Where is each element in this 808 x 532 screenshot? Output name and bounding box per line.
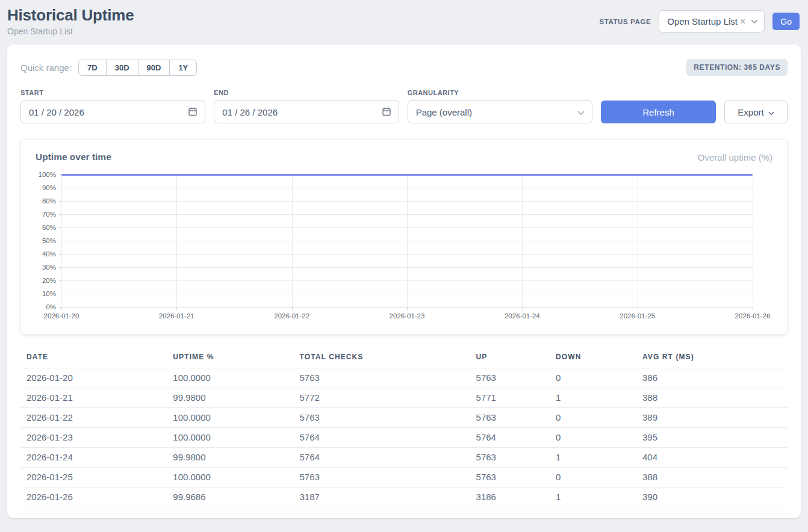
quick-range-30d-button[interactable]: 30D bbox=[106, 60, 138, 76]
table-cell: 5764 bbox=[470, 428, 550, 448]
table-cell: 3187 bbox=[294, 487, 470, 507]
table-row: 2026-01-2699.9686318731861390 bbox=[20, 487, 788, 507]
x-axis-tick bbox=[407, 307, 408, 310]
uptime-chart-card: Uptime over time Overall uptime (%) 2026… bbox=[20, 139, 788, 335]
table-cell: 2026-01-26 bbox=[20, 487, 167, 507]
table-cell: 100.0000 bbox=[167, 408, 293, 428]
y-axis-tick bbox=[59, 241, 61, 241]
chart-legend: Overall uptime (%) bbox=[698, 152, 772, 162]
table-cell: 2026-01-23 bbox=[20, 428, 167, 448]
quick-range-90d-button[interactable]: 90D bbox=[138, 60, 170, 76]
x-axis-label: 2026-01-20 bbox=[44, 312, 79, 320]
refresh-button[interactable]: Refresh bbox=[601, 101, 716, 123]
v-gridline bbox=[292, 175, 293, 307]
chevron-down-icon bbox=[768, 107, 774, 117]
y-axis-tick bbox=[59, 188, 61, 188]
y-axis-tick bbox=[59, 227, 61, 228]
start-date-field: START 01 / 20 / 2026 bbox=[20, 89, 205, 123]
table-cell: 390 bbox=[636, 487, 788, 507]
y-axis-label: 20% bbox=[42, 277, 56, 284]
v-gridline bbox=[638, 175, 638, 307]
table-cell: 5772 bbox=[294, 388, 470, 408]
granularity-value: Page (overall) bbox=[416, 107, 472, 117]
status-page-selected-value: Open Startup List bbox=[667, 16, 738, 26]
table-cell: 395 bbox=[636, 428, 788, 448]
calendar-icon[interactable] bbox=[188, 107, 197, 118]
y-axis-label: 70% bbox=[42, 211, 56, 218]
table-row: 2026-01-2199.9800577257711388 bbox=[20, 388, 788, 408]
export-label: Export bbox=[738, 107, 763, 117]
end-date-label: END bbox=[214, 89, 399, 96]
chart-header: Uptime over time Overall uptime (%) bbox=[21, 152, 787, 162]
chevron-down-icon bbox=[577, 107, 585, 117]
x-axis-tick bbox=[522, 307, 523, 310]
y-axis-tick bbox=[59, 307, 61, 308]
v-gridline bbox=[407, 175, 408, 307]
v-gridline bbox=[61, 175, 62, 307]
table-cell: 5771 bbox=[470, 388, 550, 408]
x-axis-tick bbox=[638, 307, 638, 310]
y-axis-tick bbox=[59, 294, 61, 294]
v-gridline bbox=[753, 175, 753, 307]
calendar-icon[interactable] bbox=[382, 107, 391, 118]
top-bar: Historical Uptime Open Startup List STAT… bbox=[0, 0, 808, 45]
table-body: 2026-01-20100.00005763576303862026-01-21… bbox=[20, 368, 788, 507]
x-axis-label: 2026-01-24 bbox=[505, 312, 540, 320]
table-cell: 3186 bbox=[470, 487, 550, 507]
go-button[interactable]: Go bbox=[772, 13, 800, 30]
y-axis-tick bbox=[59, 267, 61, 268]
status-page-picker: STATUS PAGE Open Startup List × Go bbox=[599, 10, 800, 32]
status-page-label: STATUS PAGE bbox=[599, 18, 651, 25]
y-axis-label: 60% bbox=[42, 224, 56, 231]
end-date-value: 01 / 26 / 2026 bbox=[222, 107, 278, 117]
export-button[interactable]: Export bbox=[724, 101, 788, 123]
table-cell: 5763 bbox=[470, 448, 550, 468]
granularity-select[interactable]: Page (overall) bbox=[408, 101, 592, 123]
title-block: Historical Uptime Open Startup List bbox=[7, 6, 134, 36]
y-axis-label: 90% bbox=[42, 184, 56, 191]
quick-range-1y-button[interactable]: 1Y bbox=[169, 60, 197, 76]
table-cell: 100.0000 bbox=[167, 468, 293, 487]
end-date-input[interactable]: 01 / 26 / 2026 bbox=[214, 101, 399, 123]
table-cell: 2026-01-24 bbox=[20, 448, 167, 468]
v-gridline bbox=[176, 175, 177, 307]
start-date-input[interactable]: 01 / 20 / 2026 bbox=[20, 101, 205, 123]
table-row: 2026-01-22100.0000576357630389 bbox=[20, 408, 788, 428]
v-gridline bbox=[522, 175, 523, 307]
table-cell: 1 bbox=[550, 487, 636, 507]
table-cell: 100.0000 bbox=[167, 428, 293, 448]
main-panel: Quick range: 7D30D90D1Y RETENTION: 365 D… bbox=[7, 45, 801, 518]
quick-range-label: Quick range: bbox=[20, 63, 72, 73]
x-axis-tick bbox=[61, 307, 62, 310]
table-cell: 2026-01-20 bbox=[20, 368, 167, 388]
chevron-down-icon bbox=[751, 19, 758, 24]
table-cell: 0 bbox=[550, 368, 636, 388]
filter-fields-row: START 01 / 20 / 2026 END 01 / 26 / 2026 … bbox=[20, 89, 788, 123]
x-axis-label: 2026-01-23 bbox=[390, 312, 425, 320]
column-header: UPTIME % bbox=[167, 349, 293, 368]
column-header: AVG RT (MS) bbox=[636, 349, 788, 368]
y-axis-label: 40% bbox=[42, 250, 56, 258]
status-page-select[interactable]: Open Startup List × bbox=[659, 10, 765, 32]
table-cell: 386 bbox=[636, 368, 788, 388]
uptime-table: DATEUPTIME %TOTAL CHECKSUPDOWNAVG RT (MS… bbox=[20, 349, 788, 507]
chart-title: Uptime over time bbox=[36, 152, 111, 162]
clear-selection-icon[interactable]: × bbox=[740, 17, 745, 26]
uptime-line-series bbox=[61, 174, 753, 176]
quick-range-group: 7D30D90D1Y bbox=[78, 60, 197, 76]
table-cell: 5764 bbox=[294, 428, 470, 448]
y-axis-label: 10% bbox=[42, 290, 56, 297]
table-row: 2026-01-25100.0000576357630388 bbox=[20, 468, 788, 487]
x-axis-tick bbox=[176, 307, 177, 310]
table-cell: 5763 bbox=[294, 368, 470, 388]
x-axis-label: 2026-01-21 bbox=[159, 312, 194, 320]
table-cell: 0 bbox=[550, 428, 636, 448]
table-cell: 5764 bbox=[294, 448, 470, 468]
quick-range-7d-button[interactable]: 7D bbox=[78, 60, 107, 76]
page-subtitle: Open Startup List bbox=[7, 26, 134, 36]
column-header: UP bbox=[470, 349, 550, 368]
table-cell: 1 bbox=[550, 388, 636, 408]
granularity-label: GRANULARITY bbox=[408, 89, 592, 96]
table-cell: 2026-01-22 bbox=[20, 408, 167, 428]
table-row: 2026-01-2499.9800576457631404 bbox=[20, 448, 788, 468]
